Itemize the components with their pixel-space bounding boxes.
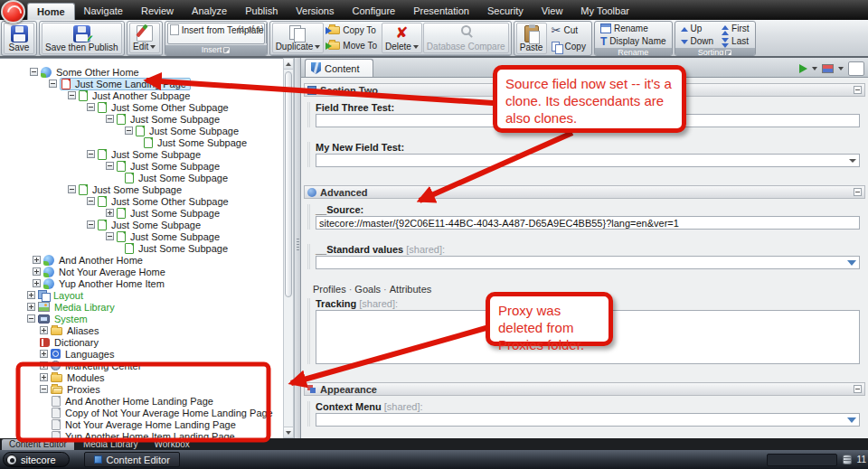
tree-item-not-your-average-home-landing-page[interactable]: Not Your Average Home Landing Page (0, 418, 283, 430)
section-collapse-icon[interactable] (854, 86, 862, 94)
collapse-icon[interactable] (30, 68, 38, 76)
collapse-icon[interactable] (106, 162, 114, 170)
expand-icon[interactable] (33, 279, 41, 287)
tree-item-just-some-subpage[interactable]: Just Some Subpage (0, 207, 283, 219)
paste-button[interactable]: Paste (516, 23, 547, 54)
tree-item-some-other-home[interactable]: Some Other Home (0, 66, 283, 78)
tree-item-just-another-subpage[interactable]: Just Another Subpage (0, 89, 283, 101)
chevron-down-icon[interactable] (847, 417, 856, 423)
save-then-publish-button[interactable]: ✔Save then Publish (42, 23, 122, 54)
tree-item-just-some-subpage[interactable]: Just Some Subpage (0, 125, 283, 136)
delete-button[interactable]: ✘Delete (382, 23, 422, 53)
move-to-button[interactable]: Move To (325, 40, 381, 52)
ribbon-tab-navigate[interactable]: Navigate (75, 3, 132, 20)
tree-item-just-some-subpage[interactable]: Just Some Subpage (0, 148, 283, 160)
field-combobox[interactable] (316, 154, 860, 167)
ribbon-tab-analyze[interactable]: Analyze (183, 3, 236, 20)
collapse-icon[interactable] (106, 115, 114, 123)
tab-content[interactable]: Content (305, 59, 373, 77)
link-profiles[interactable]: Profiles (313, 284, 346, 295)
expand-icon[interactable] (40, 373, 48, 381)
app-tab-media-library[interactable]: Media Library (76, 439, 146, 450)
language-flag-icon[interactable] (822, 64, 834, 73)
expand-icon[interactable] (27, 291, 35, 299)
database-icon[interactable] (843, 455, 852, 464)
tree-item-proxies[interactable]: Proxies (0, 383, 283, 395)
collapse-icon[interactable] (87, 197, 95, 205)
tree-item-not-your-average-home[interactable]: Not Your Average Home (0, 266, 283, 277)
duplicate-button[interactable]: Duplicate (272, 23, 325, 53)
tree-item-just-some-subpage[interactable]: Just Some Subpage (0, 113, 283, 125)
ribbon-tab-publish[interactable]: Publish (236, 3, 287, 20)
collapse-icon[interactable] (49, 80, 57, 88)
last-button[interactable]: Last (718, 35, 752, 47)
ribbon-tab-review[interactable]: Review (132, 3, 183, 20)
copy-to-button[interactable]: Copy To (325, 24, 381, 36)
collapse-icon[interactable] (68, 91, 76, 99)
language-dropdown-icon[interactable] (838, 67, 844, 70)
collapse-icon[interactable] (87, 150, 95, 158)
expand-icon[interactable] (40, 361, 48, 370)
edit-button[interactable]: Edit (129, 23, 160, 53)
link-attributes[interactable]: Attributes (390, 284, 431, 295)
app-tab-workbox[interactable]: Workbox (147, 439, 197, 450)
collapse-icon[interactable] (87, 103, 95, 111)
gallery-more-icon[interactable] (267, 37, 268, 43)
panel-splitter[interactable] (294, 58, 301, 438)
gallery-scroll-up-icon[interactable] (267, 23, 268, 30)
tree-item-layout[interactable]: Layout (0, 289, 283, 301)
field-input[interactable]: sitecore://master/{92C06E11-44BC-4043-A4… (316, 216, 860, 230)
preview-play-icon[interactable] (799, 64, 807, 73)
expand-icon[interactable] (40, 350, 48, 358)
scroll-down-icon[interactable] (284, 427, 293, 437)
first-button[interactable]: First (718, 23, 752, 34)
display-name-button[interactable]: TDisplay Name (597, 35, 670, 47)
gallery-scroll-down-icon[interactable] (267, 30, 268, 36)
scroll-up-icon[interactable] (284, 59, 293, 70)
collapse-icon[interactable] (106, 232, 114, 240)
tree-item-media-library[interactable]: Media Library (0, 301, 283, 313)
link-goals[interactable]: Goals (354, 284, 381, 295)
tree-item-just-some-subpage[interactable]: Just Some Subpage (0, 219, 283, 230)
ribbon-tab-my-toolbar[interactable]: My Toolbar (571, 3, 638, 20)
up-button[interactable]: Up (677, 23, 718, 34)
dialog-launcher-icon[interactable] (725, 50, 731, 56)
preview-dropdown-icon[interactable] (812, 67, 817, 70)
app-logo-icon[interactable] (1, 0, 25, 23)
profile-slot[interactable] (848, 61, 864, 76)
chevron-down-icon[interactable] (847, 260, 856, 266)
tree-item-just-some-subpage[interactable]: Just Some Subpage (0, 160, 283, 172)
tree-item-just-some-subpage[interactable]: Just Some Subpage (0, 183, 283, 195)
field-textarea[interactable] (316, 310, 860, 364)
down-button[interactable]: Down (677, 35, 718, 47)
scrollbar-thumb[interactable] (285, 71, 292, 297)
tree-item-just-some-subpage[interactable]: Just Some Subpage (0, 136, 283, 148)
ribbon-tab-security[interactable]: Security (478, 3, 533, 20)
tree-item-system[interactable]: System (0, 313, 283, 324)
taskbar-content-editor-button[interactable]: Content Editor (84, 452, 180, 467)
tree-item-just-some-other-subpage[interactable]: Just Some Other Subpage (0, 195, 283, 207)
expand-icon[interactable] (27, 303, 35, 311)
tree-scrollbar[interactable] (283, 58, 294, 438)
expand-icon[interactable] (33, 256, 41, 264)
field-combobox[interactable] (316, 413, 860, 427)
tree-item-modules[interactable]: Modules (0, 371, 283, 383)
collapse-icon[interactable] (40, 385, 48, 393)
tree-item-yup-another-home-item-landing-page[interactable]: Yup Another Home Item Landing Page (0, 430, 283, 438)
expand-icon[interactable] (106, 209, 114, 217)
collapse-icon[interactable] (125, 127, 133, 135)
tree-item-aliases[interactable]: Aliases (0, 324, 283, 336)
ribbon-tab-home[interactable]: Home (27, 3, 75, 20)
tree-item-and-another-home-landing-page[interactable]: And Another Home Landing Page (0, 395, 283, 407)
ribbon-tab-view[interactable]: View (533, 3, 572, 20)
ribbon-tab-versions[interactable]: Versions (287, 3, 343, 20)
ribbon-tab-configure[interactable]: Configure (343, 3, 404, 20)
chevron-down-icon[interactable] (849, 159, 856, 163)
tree-item-just-some-subpage[interactable]: Just Some Subpage (0, 172, 283, 183)
tree-item-and-another-home[interactable]: And Another Home (0, 254, 283, 266)
database-compare-button[interactable]: Database Compare (423, 23, 509, 53)
collapse-icon[interactable] (27, 314, 35, 323)
tree-item-languages[interactable]: Languages (0, 348, 283, 360)
field-combobox[interactable] (316, 256, 860, 269)
ribbon-tab-presentation[interactable]: Presentation (404, 3, 478, 20)
